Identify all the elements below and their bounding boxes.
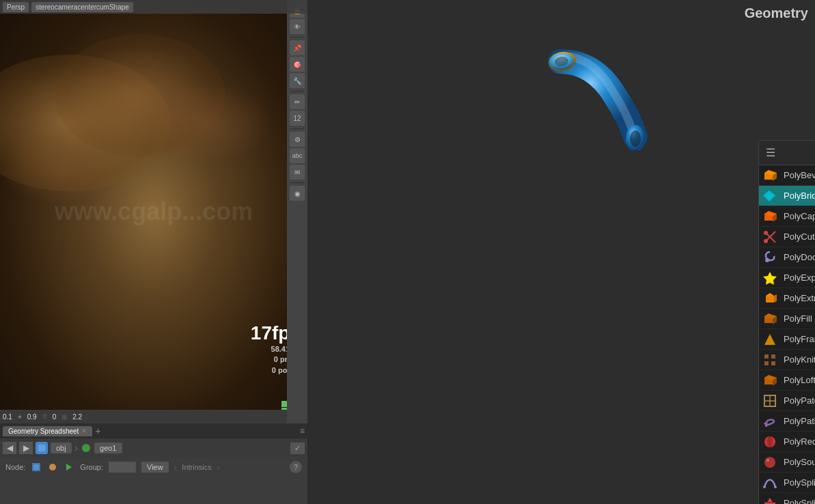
- svg-rect-34: [771, 361, 775, 365]
- poly-item-polybevel[interactable]: PolyBevel ⊕: [759, 165, 815, 186]
- svg-marker-48: [767, 498, 773, 502]
- svg-marker-30: [764, 334, 775, 345]
- camera-button[interactable]: stereocameracentercumShape: [31, 2, 133, 12]
- geo-nav-bar: ◀ ▶ obj › geo1 ✓: [0, 438, 307, 458]
- svg-point-10: [630, 130, 641, 147]
- poly-item-name-polyloft: PolyLoft: [784, 375, 815, 385]
- group-input[interactable]: [109, 462, 136, 473]
- poly-item-polyexpand2d[interactable]: PolyExpand2D ⊕: [759, 268, 815, 288]
- viewport-topbar: Persp stereocameracentercumShape: [0, 0, 307, 14]
- toolbar-pencil-icon[interactable]: ✏: [290, 94, 305, 109]
- poly-item-name-polyreduce: PolyReduce: [784, 436, 815, 447]
- poly-item-name-polydoctor: PolyDoctor: [784, 252, 815, 262]
- poly-item-polyloft[interactable]: PolyLoft ⊕: [759, 370, 815, 391]
- svg-point-4: [49, 464, 56, 471]
- toolbar-gear-icon[interactable]: ⚙: [290, 132, 305, 147]
- svg-point-22: [765, 258, 769, 262]
- poly-item-polyknit[interactable]: PolyKnit ⊕: [759, 350, 815, 370]
- poly-panel-header: ☰ poly ✦: [759, 141, 815, 165]
- poly-item-polyextrude[interactable]: PolyExtrude ⊕: [759, 288, 815, 309]
- status-sep1: ⠿: [42, 413, 47, 421]
- poly-item-icon-polypath: [762, 413, 778, 430]
- view-button[interactable]: View: [141, 462, 169, 473]
- help-button[interactable]: ?: [290, 461, 302, 473]
- poly-item-name-polypath: PolyPath: [784, 416, 815, 426]
- status-val2: 0.9: [27, 413, 37, 421]
- tab-close-icon[interactable]: ✕: [81, 428, 87, 434]
- poly-item-polyspline[interactable]: PolySpline ⊕: [759, 473, 815, 493]
- poly-item-name-polysoup: PolySoup: [784, 457, 815, 467]
- status-bar: 0.1 + 0.9 ⠿ 0 ⊞ 2.2 ⊞: [0, 410, 307, 423]
- tab-add-button[interactable]: +: [95, 425, 100, 436]
- toolbar-text-icon[interactable]: abc: [290, 148, 305, 163]
- toolbar-target-icon[interactable]: 🎯: [290, 57, 305, 72]
- persp-button[interactable]: Persp: [3, 2, 29, 12]
- poly-item-name-polyfill: PolyFill: [784, 313, 815, 324]
- poly-item-polycut[interactable]: PolyCut ⊕: [759, 227, 815, 247]
- toolbar-eye-icon[interactable]: 👁: [290, 19, 305, 34]
- svg-point-1: [82, 444, 90, 452]
- node-color-icon: [47, 462, 58, 473]
- svg-rect-0: [38, 445, 45, 451]
- nav-accept-button[interactable]: ✓: [290, 443, 305, 454]
- poly-item-polydoctor[interactable]: PolyDoctor ⊕: [759, 247, 815, 268]
- poly-item-polysoup[interactable]: PolySoup ⊕: [759, 452, 815, 473]
- poly-item-polyreduce[interactable]: PolyReduce ⊕: [759, 432, 815, 452]
- toolbar-mail-icon[interactable]: ✉: [290, 165, 305, 180]
- svg-point-45: [763, 486, 766, 488]
- path-geo1[interactable]: geo1: [94, 443, 122, 453]
- panel-options-icon[interactable]: ≡: [300, 426, 305, 436]
- geo-path: obj › geo1: [51, 442, 288, 454]
- toolbar-pin-icon[interactable]: 📌: [290, 40, 305, 55]
- intrinsics-separator: ›: [217, 463, 220, 471]
- path-obj[interactable]: obj: [51, 443, 72, 453]
- viewport-background: www.cgalp...com 17fps 58.41ms 0 prims 0 …: [0, 0, 307, 423]
- svg-marker-23: [763, 272, 777, 285]
- svg-point-44: [766, 459, 769, 462]
- geometry-spreadsheet-tab[interactable]: Geometry Spreadsheet ✕: [3, 426, 92, 436]
- poly-item-polysplit[interactable]: PolySplit ⊕: [759, 493, 815, 504]
- poly-item-name-polycap: PolyCap: [784, 211, 815, 221]
- node-flag-icon: [64, 462, 74, 473]
- nav-back-button[interactable]: ◀: [3, 442, 16, 454]
- status-sep2: ⊞: [61, 413, 67, 421]
- poly-item-name-polycut: PolyCut: [784, 232, 815, 242]
- poly-item-icon-polycut: [762, 229, 778, 245]
- toolbar-separator-1: [290, 37, 304, 38]
- pipe-3d-icon: [519, 41, 669, 150]
- view-separator: ›: [174, 463, 177, 471]
- poly-item-icon-polyframe: [762, 331, 778, 348]
- svg-point-46: [774, 486, 777, 488]
- poly-item-polypatch[interactable]: PolyPatch ⊕: [759, 391, 815, 411]
- poly-item-polyfill[interactable]: PolyFill ⊕: [759, 309, 815, 329]
- svg-marker-5: [66, 464, 72, 471]
- poly-item-icon-polycap: [762, 208, 778, 225]
- toolbar-wrench-icon[interactable]: 🔧: [290, 73, 305, 88]
- poly-item-icon-polypatch: [762, 393, 778, 409]
- svg-point-43: [764, 457, 775, 468]
- poly-item-polybridge[interactable]: PolyBridge ⊕: [759, 186, 815, 206]
- right-toolbar: 🔒 👁 📌 🎯 🔧 ✏ 12 ⚙ abc ✉ ◉: [287, 0, 307, 423]
- poly-panel: ☰ poly ✦ PolyBevel ⊕ PolyBridge ⊕ PolyCa…: [758, 140, 815, 504]
- intrinsics-button[interactable]: Intrinsics: [182, 463, 211, 471]
- toolbar-separator-3: [290, 128, 304, 129]
- geo-tabs-bar: Geometry Spreadsheet ✕ + ≡: [0, 423, 307, 438]
- toolbar-circle-icon[interactable]: ◉: [290, 186, 305, 201]
- toolbar-number-icon[interactable]: 12: [290, 111, 305, 126]
- tab-label: Geometry Spreadsheet: [8, 428, 79, 435]
- poly-menu-icon[interactable]: ☰: [766, 146, 775, 159]
- svg-point-42: [767, 436, 773, 447]
- poly-item-name-polyextrude: PolyExtrude: [784, 293, 815, 303]
- poly-item-name-polyknit: PolyKnit: [784, 354, 815, 365]
- poly-item-icon-polyloft: [762, 372, 778, 389]
- poly-item-polyframe[interactable]: PolyFrame ⊕: [759, 329, 815, 350]
- viewport-panel: www.cgalp...com 17fps 58.41ms 0 prims 0 …: [0, 0, 307, 423]
- poly-item-icon-polyreduce: [762, 434, 778, 450]
- poly-item-polypath[interactable]: PolyPath ⊕: [759, 411, 815, 432]
- poly-item-polycap[interactable]: PolyCap ⊕: [759, 206, 815, 227]
- nav-forward-button[interactable]: ▶: [19, 442, 33, 454]
- poly-item-icon-polyknit: [762, 352, 778, 368]
- status-plus1: +: [18, 413, 22, 421]
- svg-rect-33: [764, 361, 769, 365]
- main-area: Geometry: [307, 0, 815, 504]
